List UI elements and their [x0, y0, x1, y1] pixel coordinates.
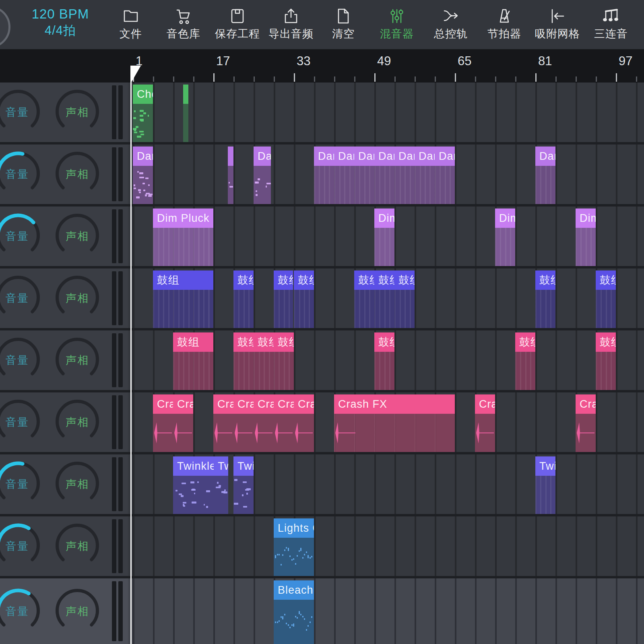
- volume-knob[interactable]: [0, 521, 42, 571]
- bpm-value[interactable]: 120 BPM: [24, 6, 97, 23]
- playlist-row-grid-6[interactable]: CraCraCraCraCraCraCraCrash FXCraCra: [128, 392, 644, 452]
- pan-knob[interactable]: [53, 521, 101, 571]
- volume-knob[interactable]: [0, 87, 42, 137]
- clip-cra[interactable]: Cra: [233, 394, 254, 452]
- toolbar-button-folder[interactable]: 文件: [105, 6, 157, 46]
- clip-header: 鼓组: [596, 270, 616, 290]
- clip-header: Lights O: [274, 518, 314, 538]
- clip-header: 鼓组: [294, 270, 314, 290]
- clip-鼓组[interactable]: 鼓组: [233, 270, 254, 328]
- clip-鼓组[interactable]: 鼓组: [515, 332, 535, 390]
- pan-knob[interactable]: [53, 273, 101, 323]
- pan-knob[interactable]: [53, 87, 101, 137]
- clip-鼓组[interactable]: 鼓组: [173, 332, 213, 390]
- pan-knob[interactable]: [53, 149, 101, 199]
- clip-dar[interactable]: Dar: [435, 147, 455, 204]
- timeline-ruler[interactable]: 1173349658197: [0, 49, 644, 83]
- clip-dar[interactable]: Dar: [415, 147, 435, 204]
- clip-cho[interactable]: Cho: [133, 85, 153, 142]
- toolbar-button-clear[interactable]: 清空: [317, 6, 369, 46]
- clip-cra[interactable]: Cra: [274, 394, 294, 452]
- clip-label: 鼓组: [177, 336, 200, 348]
- clip-鼓组[interactable]: 鼓组: [274, 332, 294, 390]
- clip-鼓组[interactable]: 鼓组: [294, 270, 314, 328]
- clip-cra[interactable]: Cra: [153, 394, 173, 452]
- playlist-row-grid-7[interactable]: TwinkleTwTwiTwi: [128, 454, 644, 514]
- clip-dar[interactable]: Dar: [374, 147, 394, 204]
- clip-cra[interactable]: Cra: [173, 394, 193, 452]
- pan-knob[interactable]: [53, 397, 101, 447]
- clip-dar[interactable]: Dar: [314, 147, 334, 204]
- clip-鼓组[interactable]: 鼓组: [254, 332, 274, 390]
- pan-knob[interactable]: [53, 586, 101, 636]
- playhead[interactable]: [130, 66, 132, 644]
- clip-鼓组[interactable]: 鼓组: [535, 270, 555, 328]
- toolbar-button-mixer[interactable]: 混音器: [371, 6, 423, 46]
- clip-unnamed[interactable]: [228, 147, 233, 204]
- clip-dim[interactable]: Dim: [495, 208, 515, 266]
- clip-label: 鼓组: [398, 274, 415, 286]
- clip-鼓组[interactable]: 鼓组: [596, 332, 616, 390]
- clip-tw[interactable]: Tw: [214, 456, 228, 514]
- clip-cra[interactable]: Cra: [475, 394, 495, 452]
- clip-crash-fx[interactable]: Crash FX: [334, 394, 455, 452]
- transport-display[interactable]: 120 BPM 4/4拍: [24, 6, 97, 44]
- clip-dim[interactable]: Dim: [576, 208, 596, 266]
- toolbar-button-triplet[interactable]: 三连音: [585, 6, 637, 46]
- clip-dar[interactable]: Dar: [133, 147, 153, 204]
- clip-label: 鼓组: [378, 336, 394, 348]
- clip-twi[interactable]: Twi: [535, 456, 555, 514]
- toolbar-button-cart[interactable]: 音色库: [157, 6, 210, 46]
- toolbar-button-save[interactable]: 保存工程: [211, 6, 264, 46]
- clip-鼓组[interactable]: 鼓组: [394, 270, 415, 328]
- playlist-row-grid-1[interactable]: Cho: [128, 83, 644, 142]
- clip-鼓组[interactable]: 鼓组: [153, 270, 213, 328]
- volume-knob[interactable]: [0, 397, 42, 447]
- time-signature[interactable]: 4/4拍: [24, 23, 97, 39]
- clip-cra[interactable]: Cra: [576, 394, 596, 452]
- clip-cra[interactable]: Cra: [254, 394, 274, 452]
- clip-鼓组[interactable]: 鼓组: [596, 270, 616, 328]
- playlist-row-grid-3[interactable]: Dim PluckDimDimDim: [128, 206, 644, 266]
- clip-鼓组[interactable]: 鼓组: [354, 270, 374, 328]
- clip-unnamed[interactable]: [183, 85, 188, 142]
- playlist-row-grid-9[interactable]: Bleach: [128, 578, 644, 644]
- playlist-row-grid-8[interactable]: Lights O: [128, 516, 644, 576]
- volume-knob[interactable]: [0, 211, 42, 261]
- toolbar-button-snap[interactable]: 吸附网格: [531, 6, 584, 46]
- clip-dar[interactable]: Dar: [354, 147, 374, 204]
- pan-knob[interactable]: [53, 459, 101, 509]
- clip-bleach[interactable]: Bleach: [274, 580, 314, 644]
- clip-da[interactable]: Da: [254, 147, 271, 204]
- volume-knob[interactable]: [0, 273, 42, 323]
- clip-dim[interactable]: Dim: [374, 208, 394, 266]
- volume-knob[interactable]: [0, 459, 42, 509]
- clip-鼓组[interactable]: 鼓组: [374, 270, 394, 328]
- clip-dim-pluck[interactable]: Dim Pluck: [153, 208, 213, 266]
- clip-cra[interactable]: Cra: [213, 394, 233, 452]
- toolbar-button-master[interactable]: 总控轨: [425, 6, 477, 46]
- clip-鼓组[interactable]: 鼓组: [233, 332, 254, 390]
- clip-鼓组[interactable]: 鼓组: [374, 332, 394, 390]
- clip-dar[interactable]: Dar: [334, 147, 354, 204]
- pan-knob[interactable]: [53, 335, 101, 385]
- clip-dar[interactable]: Dar: [535, 147, 555, 204]
- clip-label: Dim: [378, 212, 394, 224]
- clip-twinkle[interactable]: Twinkle: [173, 456, 214, 514]
- clip-twi[interactable]: Twi: [233, 456, 254, 514]
- pan-knob[interactable]: [53, 211, 101, 261]
- volume-knob[interactable]: [0, 335, 42, 385]
- clip-header: 鼓组: [233, 332, 254, 352]
- volume-knob[interactable]: [0, 586, 42, 636]
- corner-knob[interactable]: [0, 6, 10, 48]
- playlist-row-grid-5[interactable]: 鼓组鼓组鼓组鼓组鼓组鼓组鼓组: [128, 330, 644, 390]
- clip-鼓组[interactable]: 鼓组: [274, 270, 293, 328]
- toolbar-button-export[interactable]: 导出音频: [265, 6, 317, 46]
- playlist-row-grid-4[interactable]: 鼓组鼓组鼓组鼓组鼓组鼓组鼓组鼓组鼓组: [128, 268, 644, 328]
- volume-knob[interactable]: [0, 149, 42, 199]
- toolbar-button-metronome[interactable]: 节拍器: [478, 6, 530, 46]
- clip-dar[interactable]: Dar: [394, 147, 415, 204]
- clip-cra[interactable]: Cra: [294, 394, 314, 452]
- clip-lights-o[interactable]: Lights O: [274, 518, 314, 576]
- playlist-row-grid-2[interactable]: DarDaDarDarDarDarDarDarDarDar: [128, 144, 644, 204]
